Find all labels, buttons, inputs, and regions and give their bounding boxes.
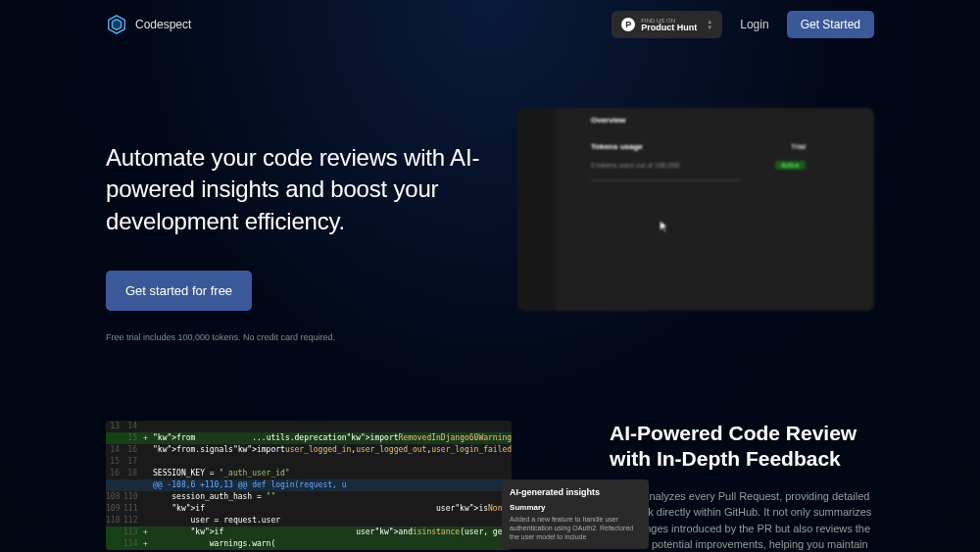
code-line: 108110 session_auth_hash = "": [106, 491, 512, 503]
code-line: 114+ warnings.warn(: [106, 538, 512, 550]
insight-card: AI-generated insights Summary Added a ne…: [502, 479, 649, 549]
hero-right: Overview Tokens usage Trial 0 tokens use…: [517, 108, 874, 342]
insight-body: Added a new feature to handle user authe…: [510, 515, 641, 541]
feature-description: Our AI analyzes every Pull Request, prov…: [610, 488, 874, 552]
upvote-icon: ▲▼: [707, 19, 712, 30]
feature-section: 131415+"kw">from ...utils.deprecation "k…: [0, 342, 980, 552]
preview-sidebar: [517, 108, 557, 311]
login-link[interactable]: Login: [740, 18, 768, 31]
hero-subtext: Free trial includes 100,000 tokens. No c…: [106, 332, 488, 342]
code-line: 1314: [106, 421, 512, 432]
hero-cta-button[interactable]: Get started for free: [106, 271, 252, 311]
product-hunt-icon: P: [621, 18, 635, 31]
product-hunt-text: Find us on Product Hunt: [641, 18, 697, 32]
code-block: 131415+"kw">from ...utils.deprecation "k…: [106, 421, 512, 550]
cursor-icon: [655, 218, 672, 235]
insight-summary-label: Summary: [510, 503, 641, 512]
logo-icon: [106, 14, 127, 35]
get-started-button[interactable]: Get Started: [787, 11, 874, 38]
preview-usage-text: 0 tokens used out of 100,000: [591, 162, 679, 169]
code-line: 1416"kw">from .signals "kw">import user_…: [106, 444, 512, 456]
preview-active-badge: Active: [775, 161, 806, 170]
preview-trial-label: Trial: [791, 142, 806, 151]
preview-overview-title: Overview: [591, 116, 806, 125]
code-line: 113+ "kw">if user "kw">and isinstance(us…: [106, 527, 512, 538]
code-line: 1517: [106, 456, 512, 468]
hero-title: Automate your code reviews with AI-power…: [106, 142, 488, 237]
hero-section: Automate your code reviews with AI-power…: [0, 49, 980, 342]
code-line: 109111 "kw">if user "kw">is None:: [106, 503, 512, 515]
code-preview: 131415+"kw">from ...utils.deprecation "k…: [106, 421, 512, 552]
preview-tokens-label: Tokens usage: [591, 142, 643, 151]
header-right: P Find us on Product Hunt ▲▼ Login Get S…: [612, 11, 874, 38]
code-line: 1618SESSION_KEY = "_auth_user_id": [106, 468, 512, 479]
product-hunt-badge[interactable]: P Find us on Product Hunt ▲▼: [612, 11, 722, 38]
logo[interactable]: Codespect: [106, 14, 191, 35]
brand-name: Codespect: [135, 18, 191, 31]
code-line: 15+"kw">from ...utils.deprecation "kw">i…: [106, 432, 512, 444]
hero-left: Automate your code reviews with AI-power…: [106, 108, 488, 342]
svg-marker-1: [112, 20, 121, 30]
preview-progress-bar: [591, 179, 741, 181]
code-line: 110112 user = request.user: [106, 515, 512, 527]
header: Codespect P Find us on Product Hunt ▲▼ L…: [0, 0, 980, 49]
feature-title: AI-Powered Code Review with In-Depth Fee…: [610, 421, 874, 473]
insight-title: AI-generated insights: [510, 487, 641, 497]
preview-window: Overview Tokens usage Trial 0 tokens use…: [517, 108, 874, 311]
code-line: @@ -108,6 +110,13 @@ def login(request, …: [106, 479, 512, 491]
